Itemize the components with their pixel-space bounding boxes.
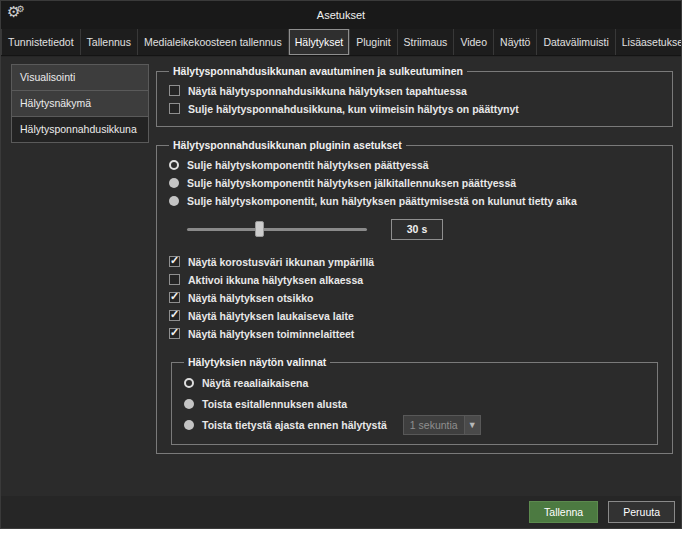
group-title: Hälytysponnahdusikkunan pluginin asetuks…: [169, 139, 406, 151]
group-popup-open-close: Hälytysponnahdusikkunan avautuminen ja s…: [156, 65, 673, 127]
checkbox-row-show-title[interactable]: Näytä hälytyksen otsikko: [169, 289, 662, 306]
tab-label: Hälytykset: [295, 36, 343, 48]
group-title: Hälytysponnahdusikkunan avautuminen ja s…: [169, 65, 467, 77]
sidebar-item-label: Hälytysnäkymä: [20, 97, 91, 109]
checkbox-label: Näytä hälytysponnahdusikkuna hälytyksen …: [188, 85, 467, 97]
tab-naytto[interactable]: Näyttö: [494, 29, 537, 55]
checkbox[interactable]: [169, 256, 180, 267]
sidebar-item-visualisointi[interactable]: Visualisointi: [11, 64, 149, 91]
radio-button[interactable]: [184, 378, 194, 388]
radio-button[interactable]: [169, 178, 179, 188]
tab-label: Datavälimuisti: [543, 36, 608, 48]
tab-lisaasetukset[interactable]: Lisäasetukset: [616, 29, 682, 55]
settings-window: ⚙⚙ Asetukset Tunnistetiedot Tallennus Me…: [0, 0, 682, 529]
radio-label: Näytä reaaliaikaisena: [202, 377, 308, 389]
footer-bar: Tallenna Peruuta: [1, 496, 681, 528]
radio-button[interactable]: [184, 420, 194, 430]
checkbox-label: Aktivoi ikkuna hälytyksen alkaessa: [188, 274, 363, 286]
tab-label: Näyttö: [500, 36, 530, 48]
settings-panel: Hälytysponnahdusikkunan avautuminen ja s…: [156, 59, 673, 454]
tab-tunnistetiedot[interactable]: Tunnistetiedot: [1, 29, 81, 55]
radio-row-close-on-end[interactable]: Sulje hälytyskomponentit hälytyksen päät…: [169, 156, 662, 173]
tab-label: Pluginit: [356, 36, 390, 48]
checkbox-row-show-action-devices[interactable]: Näytä hälytyksen toiminnelaitteet: [169, 325, 662, 342]
radio-row-close-after-time[interactable]: Sulje hälytyskomponentit, kun hälytyksen…: [169, 192, 662, 209]
checkbox[interactable]: [169, 292, 180, 303]
group-plugin-settings: Hälytysponnahdusikkunan pluginin asetuks…: [156, 139, 673, 454]
sidebar-item-label: Visualisointi: [20, 71, 75, 83]
checkbox-label: Näytä korostusväri ikkunan ympärillä: [188, 256, 374, 268]
radio-row-play-prerecord[interactable]: Toista esitallennuksen alusta: [184, 394, 647, 414]
display-checkboxes: Näytä korostusväri ikkunan ympärillä Akt…: [169, 253, 662, 342]
radio-row-close-after-postrecord[interactable]: Sulje hälytyskomponentit hälytyksen jälk…: [169, 174, 662, 191]
time-before-alarm-dropdown[interactable]: 1 sekuntia ▼: [403, 415, 481, 435]
checkbox-label: Sulje hälytysponnahdusikkuna, kun viimei…: [188, 103, 519, 115]
cancel-button[interactable]: Peruuta: [608, 501, 675, 523]
checkbox-label: Näytä hälytyksen otsikko: [188, 292, 313, 304]
checkbox-row-show-trigger-device[interactable]: Näytä hälytyksen laukaiseva laite: [169, 307, 662, 324]
checkbox-label: Näytä hälytyksen toiminnelaitteet: [188, 328, 354, 340]
checkbox[interactable]: [169, 103, 180, 114]
checkbox-row-activate-window[interactable]: Aktivoi ikkuna hälytyksen alkaessa: [169, 271, 662, 288]
titlebar: ⚙⚙ Asetukset: [1, 1, 681, 29]
radio-label: Sulje hälytyskomponentit hälytyksen päät…: [187, 159, 429, 171]
tab-pluginit[interactable]: Pluginit: [350, 29, 397, 55]
checkbox-row-close-popup[interactable]: Sulje hälytysponnahdusikkuna, kun viimei…: [169, 100, 662, 117]
tab-label: Video: [460, 36, 487, 48]
checkbox-label: Näytä hälytyksen laukaiseva laite: [188, 310, 354, 322]
checkbox[interactable]: [169, 328, 180, 339]
checkbox-row-highlight-color[interactable]: Näytä korostusväri ikkunan ympärillä: [169, 253, 662, 270]
sidebar-item-label: Hälytysponnahdusikkuna: [20, 123, 137, 135]
checkbox[interactable]: [169, 274, 180, 285]
tab-label: Medialeikekoosteen tallennus: [144, 36, 282, 48]
checkbox[interactable]: [169, 85, 180, 96]
sidebar-item-halytysponnahdusikkuna[interactable]: Hälytysponnahdusikkuna: [11, 116, 149, 143]
content-area: Visualisointi Hälytysnäkymä Hälytysponna…: [1, 57, 681, 496]
group-alarm-display-options: Hälytyksien näytön valinnat Näytä reaali…: [171, 356, 658, 445]
radio-row-play-from-time[interactable]: Toista tietystä ajasta ennen hälytystä 1…: [184, 415, 647, 435]
radio-row-realtime[interactable]: Näytä reaaliaikaisena: [184, 373, 647, 393]
checkbox-row-show-popup[interactable]: Näytä hälytysponnahdusikkuna hälytyksen …: [169, 82, 662, 99]
radio-button[interactable]: [169, 160, 179, 170]
radio-button[interactable]: [184, 399, 194, 409]
tab-label: Tunnistetiedot: [8, 36, 74, 48]
radio-label: Sulje hälytyskomponentit hälytyksen jälk…: [187, 177, 516, 189]
tab-label: Tallennus: [87, 36, 131, 48]
radio-button[interactable]: [169, 196, 179, 206]
group-title: Hälytyksien näytön valinnat: [184, 356, 330, 368]
tab-video[interactable]: Video: [454, 29, 494, 55]
close-delay-slider-row: 30 s: [187, 217, 662, 241]
tab-halytykset[interactable]: Hälytykset: [289, 29, 350, 55]
save-button[interactable]: Tallenna: [529, 501, 598, 523]
slider-handle[interactable]: [255, 221, 264, 237]
tab-label: Lisäasetukset: [622, 36, 682, 48]
checkbox[interactable]: [169, 310, 180, 321]
sidebar-item-halytysnakyma[interactable]: Hälytysnäkymä: [11, 90, 149, 117]
tab-bar: Tunnistetiedot Tallennus Medialeikekoost…: [1, 29, 681, 56]
close-delay-value[interactable]: 30 s: [391, 219, 443, 240]
tab-tallennus[interactable]: Tallennus: [81, 29, 138, 55]
dropdown-value: 1 sekuntia: [404, 419, 464, 431]
radio-label: Toista esitallennuksen alusta: [202, 398, 347, 410]
tab-medialeikekoosteen-tallennus[interactable]: Medialeikekoosteen tallennus: [138, 29, 289, 55]
close-delay-slider[interactable]: [187, 228, 367, 231]
sidebar: Visualisointi Hälytysnäkymä Hälytysponna…: [11, 64, 149, 143]
tab-label: Striimaus: [404, 36, 448, 48]
chevron-down-icon: ▼: [464, 416, 480, 434]
tab-datavalimuisti[interactable]: Datavälimuisti: [537, 29, 615, 55]
tab-striimaus[interactable]: Striimaus: [398, 29, 455, 55]
window-title: Asetukset: [1, 9, 681, 21]
radio-label: Sulje hälytyskomponentit, kun hälytyksen…: [187, 195, 577, 207]
radio-label: Toista tietystä ajasta ennen hälytystä: [202, 419, 387, 431]
